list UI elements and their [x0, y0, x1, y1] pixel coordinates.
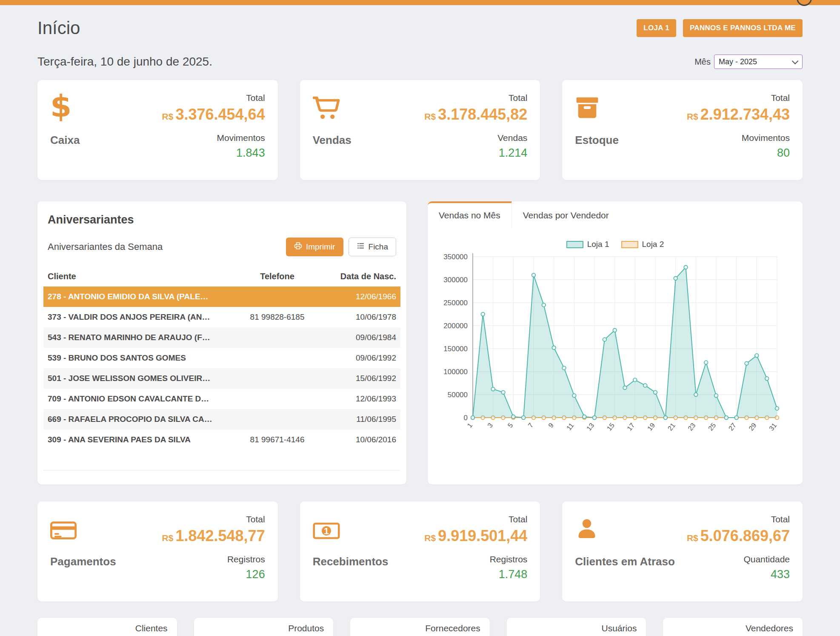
month-select[interactable]: May - 2025: [714, 54, 803, 69]
table-row[interactable]: 278 - ANTONIO EMIDIO DA SILVA (PALE… 12/…: [43, 286, 400, 307]
mini-card-fornecedores: Fornecedores: [350, 618, 490, 636]
legend-item-loja-1[interactable]: Loja 1: [566, 240, 609, 249]
table-row[interactable]: 669 - RAFAELA PROCOPIO DA SILVA CA… 11/0…: [43, 409, 400, 430]
telefone-cell: [229, 327, 326, 348]
svg-text:9: 9: [547, 421, 555, 429]
telefone-cell: [229, 286, 326, 307]
mini-card-produtos: Produtos: [194, 618, 334, 636]
stat-card-label: Pagamentos: [50, 555, 116, 568]
count-value: 1.748: [388, 568, 527, 581]
month-select-wrap: May - 2025: [714, 54, 803, 69]
cliente-cell: 709 - ANTONIO EDSON CAVALCANTE D…: [43, 389, 229, 409]
birthdays-panel: Aniversariantes Aniversariantes da Seman…: [37, 201, 406, 484]
mini-card-vendedores: Vendedores: [663, 618, 803, 636]
telefone-cell: [229, 348, 326, 368]
count-label: Quantidade: [675, 554, 790, 564]
stat-card-label: Vendas: [313, 134, 351, 147]
total-label: Total: [116, 514, 265, 524]
stats-row-top: $ Caixa Total R$3.376.454,64 Movimentos …: [37, 80, 803, 180]
count-value: 1.214: [351, 146, 528, 160]
stat-card-label: Clientes em Atraso: [575, 555, 675, 568]
svg-text:29: 29: [747, 421, 757, 432]
ficha-button[interactable]: Ficha: [349, 238, 396, 256]
column-header-nasc: Data de Nasc.: [326, 266, 400, 286]
chart-legend: Loja 1Loja 2: [428, 240, 803, 249]
tab-vendas-por-vendedor[interactable]: Vendas por Vendedor: [512, 201, 620, 228]
legend-swatch: [621, 241, 638, 248]
stat-card-vendas: Vendas Total R$3.178.445,82 Vendas 1.214: [300, 80, 540, 180]
column-header-cliente: Cliente: [43, 266, 229, 286]
stat-card-caixa: $ Caixa Total R$3.376.454,64 Movimentos …: [37, 80, 278, 180]
stat-card-pagamentos: Pagamentos Total R$1.842.548,77 Registro…: [37, 501, 278, 602]
telefone-cell: [229, 368, 326, 389]
svg-text:250000: 250000: [443, 299, 468, 307]
stat-card-estoque: Estoque Total R$2.912.734,43 Movimentos …: [562, 80, 803, 180]
svg-text:19: 19: [646, 421, 656, 432]
table-row[interactable]: 709 - ANTONIO EDSON CAVALCANTE D… 12/06/…: [43, 389, 400, 409]
cliente-cell: 501 - JOSE WELISSON GOMES OLIVEIR…: [43, 368, 229, 389]
total-label: Total: [80, 93, 265, 103]
stat-card-recebimentos: 1 Recebimentos Total R$9.919.501,44 Regi…: [300, 501, 540, 602]
nasc-cell: 12/06/1993: [326, 389, 400, 409]
print-button-label: Imprimir: [306, 242, 335, 252]
legend-label: Loja 2: [642, 240, 664, 249]
money-bill-icon: 1: [313, 514, 340, 541]
cliente-cell: 669 - RAFAELA PROCOPIO DA SILVA CA…: [43, 409, 229, 430]
count-label: Movimentos: [619, 133, 790, 143]
birthdays-table: Cliente Telefone Data de Nasc. 278 - ANT…: [43, 266, 400, 450]
print-button[interactable]: Imprimir: [286, 238, 343, 256]
svg-text:0: 0: [464, 414, 468, 422]
user-avatar[interactable]: [797, 0, 812, 6]
svg-text:3: 3: [486, 421, 494, 429]
birthdays-title: Aniversariantes: [48, 213, 400, 226]
nasc-cell: 11/06/1995: [326, 409, 400, 430]
count-value: 1.843: [80, 146, 265, 160]
svg-text:11: 11: [565, 421, 575, 432]
total-value: R$1.842.548,77: [116, 527, 265, 545]
box-icon: [575, 93, 600, 119]
cliente-cell: 373 - VALDIR DOS ANJOS PEREIRA (AN…: [43, 307, 229, 327]
svg-text:27: 27: [727, 421, 737, 432]
page-title: Início: [37, 18, 80, 38]
sales-tabs: Vendas no Mês Vendas por Vendedor: [428, 201, 803, 228]
birthdays-subtitle: Aniversariantes da Semana: [48, 241, 163, 252]
cart-icon: [313, 93, 340, 119]
company-badge[interactable]: PANNOS E PANNOS LTDA ME: [683, 19, 803, 37]
printer-icon: [294, 242, 302, 252]
mini-cards-row: ClientesProdutosFornecedoresUsuáriosVend…: [37, 618, 803, 636]
header-badges: LOJA 1 PANNOS E PANNOS LTDA ME: [637, 19, 803, 37]
cliente-cell: 539 - BRUNO DOS SANTOS GOMES: [43, 348, 229, 368]
table-row[interactable]: 539 - BRUNO DOS SANTOS GOMES 09/06/1992: [43, 348, 400, 368]
credit-card-icon: [50, 514, 77, 541]
total-label: Total: [351, 93, 528, 103]
stat-card-clientes-em-atraso: Clientes em Atraso Total R$5.076.869,67 …: [562, 501, 803, 602]
mini-card-label: Clientes: [47, 623, 168, 633]
svg-text:300000: 300000: [443, 276, 468, 284]
legend-swatch: [566, 241, 583, 248]
table-row[interactable]: 543 - RENATO MARINHO DE ARAUJO (F… 09/06…: [43, 327, 400, 348]
table-row[interactable]: 501 - JOSE WELISSON GOMES OLIVEIR… 15/06…: [43, 368, 400, 389]
svg-text:21: 21: [666, 421, 677, 432]
legend-item-loja-2[interactable]: Loja 2: [621, 240, 664, 249]
svg-text:200000: 200000: [443, 322, 468, 330]
month-picker: Mês May - 2025: [694, 54, 803, 69]
cliente-cell: 278 - ANTONIO EMIDIO DA SILVA (PALE…: [43, 286, 229, 307]
sales-chart: 0500001000001500002000002500003000003500…: [432, 252, 795, 452]
table-row[interactable]: 373 - VALDIR DOS ANJOS PEREIRA (AN… 81 9…: [43, 307, 400, 327]
tab-vendas-no-mes[interactable]: Vendas no Mês: [428, 201, 512, 228]
dashboard-page: Início LOJA 1 PANNOS E PANNOS LTDA ME Te…: [0, 18, 840, 636]
table-row[interactable]: 309 - ANA SEVERINA PAES DA SILVA 81 9967…: [43, 430, 400, 450]
svg-text:23: 23: [686, 421, 697, 432]
top-navbar: [0, 0, 840, 5]
mini-card-label: Usuários: [516, 623, 637, 633]
count-value: 80: [619, 146, 790, 160]
mini-card-label: Fornecedores: [360, 623, 480, 633]
svg-text:7: 7: [526, 421, 534, 429]
count-value: 433: [675, 568, 790, 581]
nasc-cell: 12/06/1966: [326, 286, 400, 307]
svg-text:31: 31: [768, 421, 778, 432]
total-label: Total: [388, 514, 527, 524]
total-value: R$5.076.869,67: [675, 527, 790, 545]
total-value: R$3.178.445,82: [351, 106, 528, 123]
store-badge[interactable]: LOJA 1: [637, 19, 676, 37]
